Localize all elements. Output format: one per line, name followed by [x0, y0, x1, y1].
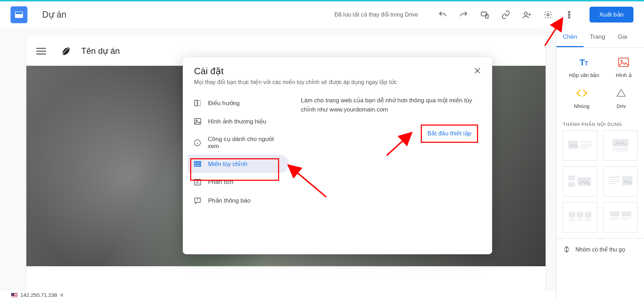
settings-nav-brand[interactable]: Hình ảnh thương hiệu: [188, 112, 289, 130]
drive-icon: [616, 87, 626, 100]
more-menu-icon[interactable]: [561, 6, 578, 23]
settings-nav-label: Hình ảnh thương hiệu: [208, 118, 266, 125]
domain-icon: [193, 160, 202, 168]
site-logo-leaf-icon: [60, 45, 72, 57]
svg-rect-26: [608, 179, 620, 180]
insert-embed[interactable]: Nhúng: [574, 87, 590, 109]
svg-text:T: T: [585, 60, 588, 66]
settings-nav-label: Công cụ dành cho người xem: [208, 135, 283, 150]
insert-drive[interactable]: Driv: [616, 87, 626, 109]
publish-button[interactable]: Xuất bản: [590, 7, 633, 23]
collapse-label: Nhóm có thể thu gọ: [575, 246, 625, 253]
svg-rect-21: [612, 151, 629, 151]
svg-rect-19: [612, 139, 629, 147]
preview-button[interactable]: [476, 6, 493, 23]
settings-content: Làm cho trang web của bạn dễ nhớ hơn thô…: [291, 90, 492, 254]
svg-rect-35: [577, 219, 583, 220]
collapse-icon: [563, 245, 571, 253]
settings-gear-icon[interactable]: [540, 6, 556, 23]
svg-rect-12: [619, 58, 629, 66]
announcement-icon: [193, 196, 202, 205]
hamburger-icon[interactable]: [36, 46, 46, 56]
svg-point-5: [524, 12, 527, 15]
svg-rect-42: [610, 219, 617, 220]
svg-rect-45: [195, 100, 197, 106]
image-icon: [193, 117, 202, 126]
svg-rect-41: [610, 217, 619, 218]
layout-option[interactable]: [563, 166, 598, 197]
settings-description: Làm cho trang web của bạn dễ nhớ hơn thô…: [301, 96, 478, 115]
svg-rect-44: [622, 219, 629, 220]
insert-image[interactable]: Hình ả: [616, 56, 632, 78]
svg-rect-38: [585, 221, 590, 221]
svg-rect-27: [608, 181, 620, 182]
navigation-icon: [193, 99, 202, 107]
svg-rect-46: [198, 100, 200, 106]
dialog-subtitle: Mọi thay đổi bạn thực hiện với các miền …: [194, 79, 481, 85]
tab-insert[interactable]: Chèn: [556, 28, 584, 47]
settings-nav-label: Phân tích: [208, 179, 233, 186]
settings-nav-label: Điều hướng: [208, 100, 240, 107]
settings-nav-announcement[interactable]: Phần thông báo: [188, 191, 289, 210]
svg-rect-14: [568, 141, 578, 149]
layout-option[interactable]: [603, 130, 638, 161]
svg-point-9: [568, 17, 570, 18]
ruler: [74, 28, 535, 33]
image-icon: [616, 56, 632, 69]
layout-option[interactable]: [603, 166, 638, 197]
settings-nav-navigation[interactable]: Điều hướng: [188, 94, 289, 112]
collapsible-group[interactable]: Nhóm có thể thu gọ: [556, 238, 644, 260]
settings-nav-label: Miền tùy chỉnh: [208, 160, 247, 168]
close-status-icon[interactable]: ✕: [60, 292, 64, 298]
tab-themes[interactable]: Gia: [611, 28, 633, 47]
link-button[interactable]: [497, 6, 514, 23]
svg-rect-17: [580, 146, 592, 147]
settings-nav-viewer[interactable]: Công cụ dành cho người xem: [188, 130, 289, 155]
svg-rect-25: [608, 177, 620, 178]
settings-sidebar: Điều hướng Hình ảnh thương hiệu Công cụ …: [183, 90, 291, 254]
settings-dialog: Cài đặt Mọi thay đổi bạn thực hiện với c…: [183, 57, 492, 254]
insert-label: Driv: [616, 103, 626, 109]
textbox-icon: TT: [569, 56, 599, 69]
svg-point-8: [568, 14, 570, 15]
app-toolbar: Dự án Đã lưu tất cả thay đổi trong Drive…: [0, 1, 644, 28]
flag-icon: [11, 293, 18, 297]
analytics-icon: [193, 178, 202, 186]
svg-rect-23: [568, 182, 575, 187]
start-setup-button[interactable]: Bắt đầu thiết lập: [421, 125, 478, 143]
document-title[interactable]: Dự án: [42, 9, 66, 20]
undo-button[interactable]: [434, 6, 451, 23]
svg-rect-15: [580, 141, 592, 142]
svg-rect-24: [578, 177, 591, 186]
svg-rect-32: [585, 212, 591, 217]
layout-grid: [556, 130, 644, 232]
svg-rect-29: [622, 176, 632, 185]
site-title[interactable]: Tên dự án: [81, 46, 120, 56]
svg-rect-31: [577, 212, 583, 217]
svg-rect-33: [569, 219, 575, 220]
tab-pages[interactable]: Trang: [584, 28, 612, 47]
settings-nav-custom-domain[interactable]: Miền tùy chỉnh: [188, 155, 289, 173]
layout-option[interactable]: [603, 202, 638, 232]
svg-rect-39: [610, 211, 619, 216]
sites-app-icon[interactable]: [11, 6, 27, 23]
right-panel: Chèn Trang Gia TT Hộp văn bản Hình ả Nhú…: [556, 28, 644, 300]
layout-option[interactable]: [563, 130, 598, 161]
svg-rect-18: [580, 148, 588, 148]
insert-textbox[interactable]: TT Hộp văn bản: [569, 56, 599, 78]
settings-nav-analytics[interactable]: Phân tích: [188, 173, 289, 191]
save-status: Đã lưu tất cả thay đổi trong Drive: [334, 11, 418, 18]
insert-label: Nhúng: [574, 103, 590, 109]
svg-rect-43: [622, 217, 631, 218]
info-icon: [193, 139, 201, 147]
svg-point-13: [621, 60, 623, 62]
share-button[interactable]: [519, 6, 535, 23]
redo-button[interactable]: [455, 6, 472, 23]
svg-rect-16: [580, 144, 592, 145]
svg-rect-30: [569, 212, 575, 217]
close-icon[interactable]: [472, 65, 483, 76]
layout-option[interactable]: [563, 202, 598, 232]
dialog-title: Cài đặt: [194, 66, 481, 77]
insert-label: Hình ả: [616, 72, 632, 78]
svg-rect-40: [622, 211, 631, 216]
